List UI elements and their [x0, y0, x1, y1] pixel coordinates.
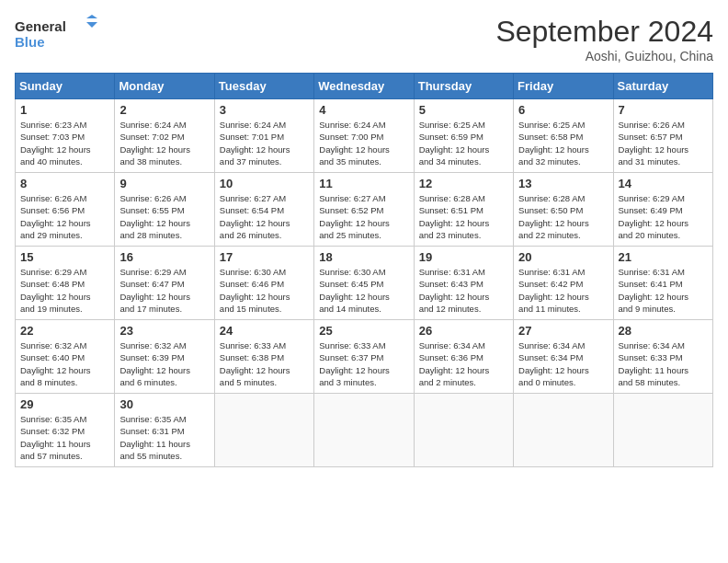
day-cell: 16 Sunrise: 6:29 AMSunset: 6:47 PMDaylig…: [115, 247, 214, 320]
header-row: SundayMondayTuesdayWednesdayThursdayFrid…: [16, 74, 713, 99]
logo: General Blue: [15, 15, 97, 53]
day-cell: 2 Sunrise: 6:24 AMSunset: 7:02 PMDayligh…: [115, 99, 214, 173]
day-cell: 13 Sunrise: 6:28 AMSunset: 6:50 PMDaylig…: [514, 173, 613, 247]
day-cell: 19 Sunrise: 6:31 AMSunset: 6:43 PMDaylig…: [414, 247, 513, 320]
day-number: 4: [319, 103, 408, 117]
day-number: 30: [119, 397, 209, 411]
day-number: 2: [119, 103, 209, 117]
day-cell: 3 Sunrise: 6:24 AMSunset: 7:01 PMDayligh…: [214, 99, 313, 173]
day-number: 9: [119, 177, 209, 190]
day-cell: 5 Sunrise: 6:25 AMSunset: 6:59 PMDayligh…: [414, 99, 513, 173]
day-info: Sunrise: 6:26 AMSunset: 6:56 PMDaylight:…: [20, 192, 109, 241]
day-cell: 25 Sunrise: 6:33 AMSunset: 6:37 PMDaylig…: [314, 320, 414, 394]
day-cell: 7 Sunrise: 6:26 AMSunset: 6:57 PMDayligh…: [613, 99, 712, 173]
col-header-wednesday: Wednesday: [314, 74, 414, 99]
svg-text:Blue: Blue: [15, 34, 45, 50]
day-info: Sunrise: 6:35 AMSunset: 6:32 PMDaylight:…: [20, 413, 109, 462]
col-header-friday: Friday: [514, 74, 613, 99]
svg-marker-2: [86, 15, 97, 18]
day-info: Sunrise: 6:34 AMSunset: 6:33 PMDaylight:…: [619, 339, 708, 388]
day-cell: 20 Sunrise: 6:31 AMSunset: 6:42 PMDaylig…: [514, 247, 613, 320]
day-cell: 22 Sunrise: 6:32 AMSunset: 6:40 PMDaylig…: [16, 320, 115, 394]
day-number: 12: [419, 177, 508, 190]
day-info: Sunrise: 6:35 AMSunset: 6:31 PMDaylight:…: [119, 413, 209, 462]
day-number: 6: [518, 103, 608, 117]
day-number: 15: [20, 250, 109, 264]
day-number: 1: [20, 103, 109, 117]
col-header-thursday: Thursday: [414, 74, 513, 99]
day-number: 22: [20, 324, 109, 338]
day-cell: 30 Sunrise: 6:35 AMSunset: 6:31 PMDaylig…: [115, 394, 214, 467]
svg-marker-3: [86, 22, 97, 28]
day-number: 16: [119, 250, 209, 264]
day-cell: 17 Sunrise: 6:30 AMSunset: 6:46 PMDaylig…: [214, 247, 313, 320]
day-cell: [514, 394, 613, 467]
day-info: Sunrise: 6:28 AMSunset: 6:51 PMDaylight:…: [419, 192, 508, 241]
svg-text:General: General: [15, 18, 66, 34]
day-number: 7: [619, 103, 708, 117]
day-cell: 1 Sunrise: 6:23 AMSunset: 7:03 PMDayligh…: [16, 99, 115, 173]
week-row-2: 8 Sunrise: 6:26 AMSunset: 6:56 PMDayligh…: [16, 173, 713, 247]
day-info: Sunrise: 6:31 AMSunset: 6:41 PMDaylight:…: [619, 266, 708, 315]
day-number: 18: [319, 250, 408, 264]
week-row-5: 29 Sunrise: 6:35 AMSunset: 6:32 PMDaylig…: [16, 394, 713, 467]
day-number: 5: [419, 103, 508, 117]
day-info: Sunrise: 6:24 AMSunset: 7:00 PMDaylight:…: [319, 119, 408, 167]
day-number: 29: [20, 397, 109, 411]
day-number: 21: [619, 250, 708, 264]
page-header: General Blue September 2024 Aoshi, Guizh…: [15, 15, 713, 63]
day-number: 24: [220, 324, 309, 338]
day-number: 3: [220, 103, 309, 117]
day-cell: 28 Sunrise: 6:34 AMSunset: 6:33 PMDaylig…: [613, 320, 712, 394]
day-info: Sunrise: 6:28 AMSunset: 6:50 PMDaylight:…: [518, 192, 608, 241]
day-cell: 23 Sunrise: 6:32 AMSunset: 6:39 PMDaylig…: [115, 320, 214, 394]
day-cell: 8 Sunrise: 6:26 AMSunset: 6:56 PMDayligh…: [16, 173, 115, 247]
day-info: Sunrise: 6:30 AMSunset: 6:46 PMDaylight:…: [220, 266, 309, 315]
day-info: Sunrise: 6:34 AMSunset: 6:36 PMDaylight:…: [419, 339, 508, 388]
day-info: Sunrise: 6:31 AMSunset: 6:42 PMDaylight:…: [518, 266, 608, 315]
day-info: Sunrise: 6:26 AMSunset: 6:55 PMDaylight:…: [119, 192, 209, 241]
day-cell: [414, 394, 513, 467]
day-cell: [214, 394, 313, 467]
day-cell: 12 Sunrise: 6:28 AMSunset: 6:51 PMDaylig…: [414, 173, 513, 247]
day-cell: 24 Sunrise: 6:33 AMSunset: 6:38 PMDaylig…: [214, 320, 313, 394]
day-number: 11: [319, 177, 408, 190]
day-info: Sunrise: 6:24 AMSunset: 7:02 PMDaylight:…: [119, 119, 209, 167]
col-header-monday: Monday: [115, 74, 214, 99]
week-row-1: 1 Sunrise: 6:23 AMSunset: 7:03 PMDayligh…: [16, 99, 713, 173]
day-number: 28: [619, 324, 708, 338]
day-cell: 10 Sunrise: 6:27 AMSunset: 6:54 PMDaylig…: [214, 173, 313, 247]
col-header-saturday: Saturday: [613, 74, 712, 99]
day-cell: 29 Sunrise: 6:35 AMSunset: 6:32 PMDaylig…: [16, 394, 115, 467]
day-number: 25: [319, 324, 408, 338]
day-cell: 21 Sunrise: 6:31 AMSunset: 6:41 PMDaylig…: [613, 247, 712, 320]
day-cell: 9 Sunrise: 6:26 AMSunset: 6:55 PMDayligh…: [115, 173, 214, 247]
location: Aoshi, Guizhou, China: [495, 49, 713, 63]
day-info: Sunrise: 6:29 AMSunset: 6:48 PMDaylight:…: [20, 266, 109, 315]
day-cell: 4 Sunrise: 6:24 AMSunset: 7:00 PMDayligh…: [314, 99, 414, 173]
day-number: 8: [20, 177, 109, 190]
day-info: Sunrise: 6:29 AMSunset: 6:49 PMDaylight:…: [619, 192, 708, 241]
day-info: Sunrise: 6:31 AMSunset: 6:43 PMDaylight:…: [419, 266, 508, 315]
day-cell: 15 Sunrise: 6:29 AMSunset: 6:48 PMDaylig…: [16, 247, 115, 320]
day-cell: 14 Sunrise: 6:29 AMSunset: 6:49 PMDaylig…: [613, 173, 712, 247]
day-info: Sunrise: 6:33 AMSunset: 6:38 PMDaylight:…: [220, 339, 309, 388]
day-cell: 6 Sunrise: 6:25 AMSunset: 6:58 PMDayligh…: [514, 99, 613, 173]
day-info: Sunrise: 6:24 AMSunset: 7:01 PMDaylight:…: [220, 119, 309, 167]
col-header-tuesday: Tuesday: [214, 74, 313, 99]
day-info: Sunrise: 6:32 AMSunset: 6:40 PMDaylight:…: [20, 339, 109, 388]
day-number: 19: [419, 250, 508, 264]
day-number: 17: [220, 250, 309, 264]
calendar-table: SundayMondayTuesdayWednesdayThursdayFrid…: [15, 73, 713, 467]
day-number: 27: [518, 324, 608, 338]
month-title: September 2024: [495, 15, 713, 49]
week-row-4: 22 Sunrise: 6:32 AMSunset: 6:40 PMDaylig…: [16, 320, 713, 394]
logo-svg: General Blue: [15, 15, 97, 53]
week-row-3: 15 Sunrise: 6:29 AMSunset: 6:48 PMDaylig…: [16, 247, 713, 320]
day-info: Sunrise: 6:30 AMSunset: 6:45 PMDaylight:…: [319, 266, 408, 315]
day-number: 10: [220, 177, 309, 190]
day-info: Sunrise: 6:25 AMSunset: 6:58 PMDaylight:…: [518, 119, 608, 167]
day-cell: [613, 394, 712, 467]
day-info: Sunrise: 6:26 AMSunset: 6:57 PMDaylight:…: [619, 119, 708, 167]
title-block: September 2024 Aoshi, Guizhou, China: [495, 15, 713, 63]
